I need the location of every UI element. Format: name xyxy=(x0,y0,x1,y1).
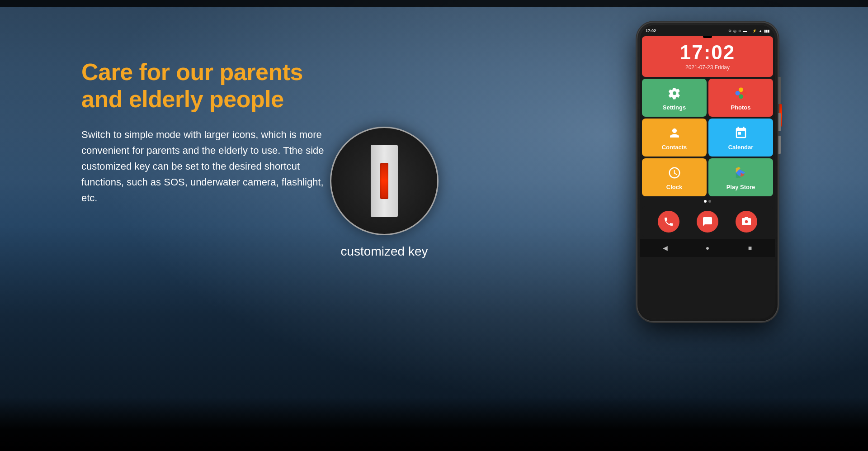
photos-label: Photos xyxy=(731,104,750,111)
description: Switch to simple mode with larger icons,… xyxy=(81,127,335,206)
bottom-bar xyxy=(642,206,773,237)
svg-point-0 xyxy=(739,87,743,92)
phone-shortcut[interactable] xyxy=(658,211,679,233)
notch xyxy=(703,36,712,38)
headline: Care for our parents and elderly people xyxy=(81,59,335,113)
battery-icon: ▬ xyxy=(743,29,747,33)
app-tile-settings[interactable]: Settings xyxy=(642,79,707,117)
clock-date: 2021-07-23 Friday xyxy=(649,64,766,71)
key-bar-red xyxy=(380,163,388,199)
key-label: customized key xyxy=(341,244,428,259)
clock-widget: 17:02 2021-07-23 Friday xyxy=(642,36,773,77)
app-tile-calendar[interactable]: Calendar xyxy=(708,119,773,157)
dark-band-top xyxy=(0,0,868,7)
recents-button[interactable]: ■ xyxy=(745,242,755,253)
app-grid: Settings Photos xyxy=(640,77,775,198)
status-icons: ⚙ ◎ ⊕ ▬ ⚡ ▲ ▮▮▮ xyxy=(728,29,769,33)
app-tile-clock[interactable]: Clock xyxy=(642,158,707,196)
headline-line1: Care for our parents xyxy=(81,59,335,86)
settings-status-icon: ⚙ xyxy=(728,29,731,33)
content-area: Care for our parents and elderly people … xyxy=(81,59,335,206)
svg-point-3 xyxy=(735,91,740,95)
photos-icon xyxy=(733,85,749,101)
app-tile-photos[interactable]: Photos xyxy=(708,79,773,117)
page-dots xyxy=(640,198,775,204)
svg-point-1 xyxy=(742,91,746,95)
app-tile-contacts[interactable]: Contacts xyxy=(642,119,707,157)
contacts-label: Contacts xyxy=(662,144,687,151)
wifi-icon: ▲ xyxy=(759,29,762,33)
settings-label: Settings xyxy=(663,104,686,111)
dot-2 xyxy=(708,200,711,203)
headline-line2: and elderly people xyxy=(81,86,335,113)
key-section: customized key xyxy=(330,127,439,259)
settings-icon xyxy=(666,85,683,101)
calendar-icon xyxy=(733,125,749,141)
camera-shortcut[interactable] xyxy=(736,211,757,233)
playstore-label: Play Store xyxy=(726,184,755,190)
key-bar xyxy=(371,145,398,217)
dark-band-bottom xyxy=(0,397,868,451)
clock-icon xyxy=(666,165,683,181)
signal-icon: ▮▮▮ xyxy=(764,29,769,33)
circle-magnifier xyxy=(330,127,439,235)
phone-screen: 17:02 ⚙ ◎ ⊕ ▬ ⚡ ▲ ▮▮▮ 17:02 2021-07-23 F… xyxy=(640,25,775,318)
status-time: 17:02 xyxy=(646,28,656,33)
svg-point-2 xyxy=(739,94,743,99)
nfc-icon: ⊕ xyxy=(738,29,741,33)
status-bar: 17:02 ⚙ ◎ ⊕ ▬ ⚡ ▲ ▮▮▮ xyxy=(640,25,775,36)
calendar-label: Calendar xyxy=(728,144,754,151)
bluetooth-icon: ⚡ xyxy=(752,29,757,33)
red-side-button xyxy=(779,104,782,127)
home-button[interactable]: ● xyxy=(702,242,713,253)
nav-bar: ◀ ● ■ xyxy=(640,239,775,257)
back-button[interactable]: ◀ xyxy=(660,242,670,253)
clock-label: Clock xyxy=(666,184,682,190)
playstore-icon xyxy=(733,165,749,181)
location-icon: ◎ xyxy=(733,29,736,33)
dot-1 xyxy=(704,200,707,203)
phone-outer: 17:02 ⚙ ◎ ⊕ ▬ ⚡ ▲ ▮▮▮ 17:02 2021-07-23 F… xyxy=(637,23,778,321)
contacts-icon xyxy=(666,125,683,141)
arrow-right xyxy=(437,172,439,190)
clock-time: 17:02 xyxy=(649,43,766,62)
message-shortcut[interactable] xyxy=(697,211,718,233)
app-tile-playstore[interactable]: Play Store xyxy=(708,158,773,196)
phone-container: 17:02 ⚙ ◎ ⊕ ▬ ⚡ ▲ ▮▮▮ 17:02 2021-07-23 F… xyxy=(637,23,778,321)
